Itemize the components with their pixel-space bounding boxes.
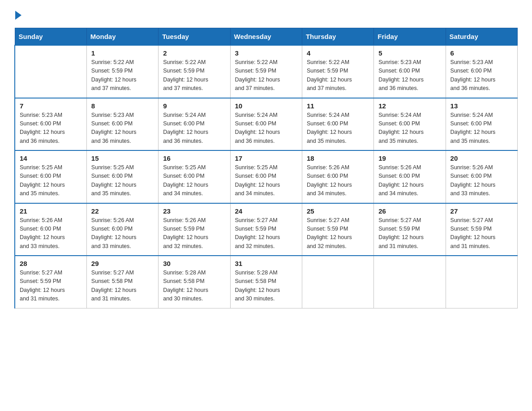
day-info: Sunrise: 5:25 AMSunset: 6:00 PMDaylight:… [91, 163, 154, 198]
day-info: Sunrise: 5:27 AMSunset: 5:59 PMDaylight:… [20, 269, 82, 304]
day-number: 5 [378, 49, 441, 57]
day-number: 26 [378, 207, 441, 215]
day-info: Sunrise: 5:22 AMSunset: 5:59 PMDaylight:… [307, 58, 369, 93]
day-number: 3 [235, 49, 297, 57]
column-header-wednesday: Wednesday [230, 28, 302, 46]
calendar-cell: 4Sunrise: 5:22 AMSunset: 5:59 PMDaylight… [302, 45, 373, 98]
calendar-cell: 5Sunrise: 5:23 AMSunset: 6:00 PMDaylight… [374, 45, 446, 98]
calendar-cell: 21Sunrise: 5:26 AMSunset: 6:00 PMDayligh… [15, 203, 86, 256]
day-info: Sunrise: 5:26 AMSunset: 6:00 PMDaylight:… [91, 216, 154, 251]
day-info: Sunrise: 5:26 AMSunset: 6:00 PMDaylight:… [378, 163, 441, 198]
column-header-sunday: Sunday [15, 28, 86, 46]
day-info: Sunrise: 5:24 AMSunset: 6:00 PMDaylight:… [307, 111, 369, 146]
day-info: Sunrise: 5:24 AMSunset: 6:00 PMDaylight:… [163, 111, 225, 146]
calendar-cell: 25Sunrise: 5:27 AMSunset: 5:59 PMDayligh… [302, 203, 373, 256]
day-number: 8 [91, 102, 154, 110]
calendar-cell: 14Sunrise: 5:25 AMSunset: 6:00 PMDayligh… [15, 150, 86, 203]
calendar-cell: 23Sunrise: 5:26 AMSunset: 5:59 PMDayligh… [159, 203, 230, 256]
calendar-header-row: SundayMondayTuesdayWednesdayThursdayFrid… [15, 28, 518, 46]
day-number: 31 [235, 260, 297, 267]
day-number: 15 [91, 154, 154, 162]
calendar-week-row: 1Sunrise: 5:22 AMSunset: 5:59 PMDaylight… [15, 45, 518, 98]
day-number: 22 [91, 207, 154, 215]
day-number: 20 [450, 154, 513, 162]
day-number: 4 [307, 49, 369, 57]
column-header-tuesday: Tuesday [159, 28, 230, 46]
column-header-monday: Monday [86, 28, 158, 46]
day-number: 27 [450, 207, 513, 215]
calendar-cell: 17Sunrise: 5:25 AMSunset: 6:00 PMDayligh… [230, 150, 302, 203]
calendar-cell: 20Sunrise: 5:26 AMSunset: 6:00 PMDayligh… [446, 150, 517, 203]
day-info: Sunrise: 5:27 AMSunset: 5:59 PMDaylight:… [235, 216, 297, 251]
calendar-cell: 19Sunrise: 5:26 AMSunset: 6:00 PMDayligh… [374, 150, 446, 203]
calendar-cell: 30Sunrise: 5:28 AMSunset: 5:58 PMDayligh… [159, 256, 230, 308]
calendar-cell: 13Sunrise: 5:24 AMSunset: 6:00 PMDayligh… [446, 98, 517, 151]
day-info: Sunrise: 5:28 AMSunset: 5:58 PMDaylight:… [235, 269, 297, 304]
calendar-cell [374, 256, 446, 308]
calendar-cell [446, 256, 517, 308]
calendar-cell: 6Sunrise: 5:23 AMSunset: 6:00 PMDaylight… [446, 45, 517, 98]
calendar-cell: 26Sunrise: 5:27 AMSunset: 5:59 PMDayligh… [374, 203, 446, 256]
calendar-cell: 12Sunrise: 5:24 AMSunset: 6:00 PMDayligh… [374, 98, 446, 151]
calendar-cell: 8Sunrise: 5:23 AMSunset: 6:00 PMDaylight… [86, 98, 158, 151]
column-header-friday: Friday [374, 28, 446, 46]
day-number: 21 [20, 207, 82, 215]
day-info: Sunrise: 5:24 AMSunset: 6:00 PMDaylight:… [235, 111, 297, 146]
calendar-cell: 9Sunrise: 5:24 AMSunset: 6:00 PMDaylight… [159, 98, 230, 151]
calendar-week-row: 28Sunrise: 5:27 AMSunset: 5:59 PMDayligh… [15, 256, 518, 308]
calendar-cell: 15Sunrise: 5:25 AMSunset: 6:00 PMDayligh… [86, 150, 158, 203]
day-info: Sunrise: 5:23 AMSunset: 6:00 PMDaylight:… [91, 111, 154, 146]
calendar-week-row: 14Sunrise: 5:25 AMSunset: 6:00 PMDayligh… [15, 150, 518, 203]
calendar-table: SundayMondayTuesdayWednesdayThursdayFrid… [14, 28, 518, 308]
calendar-cell: 28Sunrise: 5:27 AMSunset: 5:59 PMDayligh… [15, 256, 86, 308]
day-info: Sunrise: 5:23 AMSunset: 6:00 PMDaylight:… [378, 58, 441, 93]
day-info: Sunrise: 5:22 AMSunset: 5:59 PMDaylight:… [163, 58, 225, 93]
day-info: Sunrise: 5:26 AMSunset: 6:00 PMDaylight:… [307, 163, 369, 198]
calendar-cell: 10Sunrise: 5:24 AMSunset: 6:00 PMDayligh… [230, 98, 302, 151]
calendar-cell: 16Sunrise: 5:25 AMSunset: 6:00 PMDayligh… [159, 150, 230, 203]
calendar-week-row: 21Sunrise: 5:26 AMSunset: 6:00 PMDayligh… [15, 203, 518, 256]
calendar-cell: 18Sunrise: 5:26 AMSunset: 6:00 PMDayligh… [302, 150, 373, 203]
calendar-cell: 11Sunrise: 5:24 AMSunset: 6:00 PMDayligh… [302, 98, 373, 151]
calendar-cell: 31Sunrise: 5:28 AMSunset: 5:58 PMDayligh… [230, 256, 302, 308]
calendar-week-row: 7Sunrise: 5:23 AMSunset: 6:00 PMDaylight… [15, 98, 518, 151]
day-info: Sunrise: 5:22 AMSunset: 5:59 PMDaylight:… [235, 58, 297, 93]
day-info: Sunrise: 5:26 AMSunset: 6:00 PMDaylight:… [450, 163, 513, 198]
day-info: Sunrise: 5:25 AMSunset: 6:00 PMDaylight:… [163, 163, 225, 198]
day-number: 12 [378, 102, 441, 110]
day-info: Sunrise: 5:26 AMSunset: 5:59 PMDaylight:… [163, 216, 225, 251]
day-info: Sunrise: 5:27 AMSunset: 5:58 PMDaylight:… [91, 269, 154, 304]
day-number: 2 [163, 49, 225, 57]
calendar-cell: 29Sunrise: 5:27 AMSunset: 5:58 PMDayligh… [86, 256, 158, 308]
day-info: Sunrise: 5:27 AMSunset: 5:59 PMDaylight:… [450, 216, 513, 251]
day-number: 17 [235, 154, 297, 162]
day-number: 7 [20, 102, 82, 110]
page-header [14, 11, 518, 20]
day-info: Sunrise: 5:23 AMSunset: 6:00 PMDaylight:… [450, 58, 513, 93]
day-number: 24 [235, 207, 297, 215]
calendar-cell: 2Sunrise: 5:22 AMSunset: 5:59 PMDaylight… [159, 45, 230, 98]
logo [14, 11, 21, 20]
calendar-cell: 7Sunrise: 5:23 AMSunset: 6:00 PMDaylight… [15, 98, 86, 151]
calendar-cell: 3Sunrise: 5:22 AMSunset: 5:59 PMDaylight… [230, 45, 302, 98]
day-info: Sunrise: 5:24 AMSunset: 6:00 PMDaylight:… [378, 111, 441, 146]
day-info: Sunrise: 5:25 AMSunset: 6:00 PMDaylight:… [235, 163, 297, 198]
day-info: Sunrise: 5:24 AMSunset: 6:00 PMDaylight:… [450, 111, 513, 146]
day-number: 25 [307, 207, 369, 215]
day-info: Sunrise: 5:26 AMSunset: 6:00 PMDaylight:… [20, 216, 82, 251]
day-number: 29 [91, 260, 154, 267]
day-number: 13 [450, 102, 513, 110]
day-info: Sunrise: 5:22 AMSunset: 5:59 PMDaylight:… [91, 58, 154, 93]
day-number: 30 [163, 260, 225, 267]
day-info: Sunrise: 5:28 AMSunset: 5:58 PMDaylight:… [163, 269, 225, 304]
day-info: Sunrise: 5:23 AMSunset: 6:00 PMDaylight:… [20, 111, 82, 146]
day-number: 23 [163, 207, 225, 215]
day-number: 11 [307, 102, 369, 110]
calendar-cell: 27Sunrise: 5:27 AMSunset: 5:59 PMDayligh… [446, 203, 517, 256]
day-number: 9 [163, 102, 225, 110]
calendar-cell: 22Sunrise: 5:26 AMSunset: 6:00 PMDayligh… [86, 203, 158, 256]
day-info: Sunrise: 5:25 AMSunset: 6:00 PMDaylight:… [20, 163, 82, 198]
calendar-cell: 24Sunrise: 5:27 AMSunset: 5:59 PMDayligh… [230, 203, 302, 256]
day-number: 14 [20, 154, 82, 162]
day-number: 19 [378, 154, 441, 162]
